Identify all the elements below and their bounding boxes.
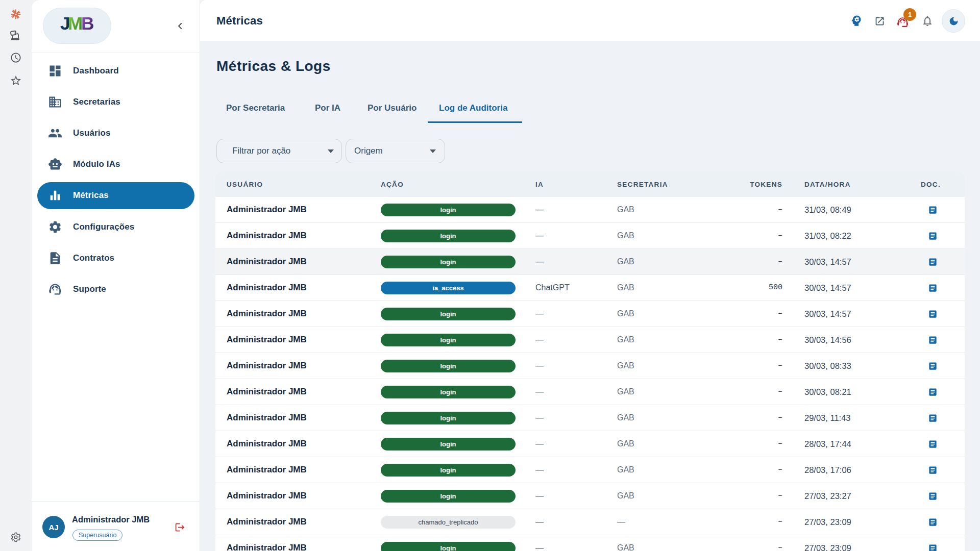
- svg-text:B: B: [81, 14, 94, 33]
- svg-text:M: M: [68, 14, 83, 33]
